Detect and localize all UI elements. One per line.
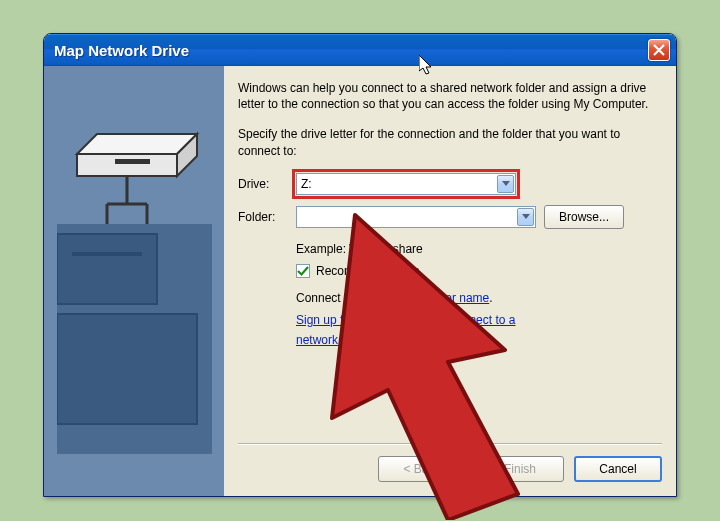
options-block: Example: \\server\share Reconnect at log… xyxy=(296,239,662,351)
chevron-down-icon xyxy=(497,175,514,193)
intro-text: Windows can help you connect to a shared… xyxy=(238,80,662,112)
close-icon xyxy=(653,44,665,56)
chevron-down-icon xyxy=(517,208,534,226)
svg-rect-11 xyxy=(72,252,142,256)
signup-link[interactable]: Sign up for online storage or connect to… xyxy=(296,313,515,347)
instruct-text: Specify the drive letter for the connect… xyxy=(238,126,662,158)
folder-label: Folder: xyxy=(238,210,296,224)
finish-button[interactable]: Finish xyxy=(476,456,564,482)
different-user-link[interactable]: different user name xyxy=(386,291,489,305)
close-button[interactable] xyxy=(648,39,670,61)
map-network-drive-dialog: Map Network Drive xyxy=(43,33,677,497)
check-icon xyxy=(297,265,309,277)
signup-line: Sign up for online storage or connect to… xyxy=(296,310,662,351)
svg-rect-10 xyxy=(57,234,157,304)
svg-rect-4 xyxy=(115,159,150,164)
window-title: Map Network Drive xyxy=(54,42,648,59)
drive-row: Drive: Z: xyxy=(238,173,662,195)
svg-rect-2 xyxy=(77,154,177,176)
example-text: Example: \\server\share xyxy=(296,239,662,259)
separator xyxy=(238,443,662,444)
folder-combobox[interactable] xyxy=(296,206,536,228)
cancel-button[interactable]: Cancel xyxy=(574,456,662,482)
reconnect-row: Reconnect at logon xyxy=(296,261,662,281)
window-body: Windows can help you connect to a shared… xyxy=(44,66,676,496)
folder-row: Folder: Browse... xyxy=(238,205,662,229)
drive-label: Drive: xyxy=(238,177,296,191)
reconnect-label: Reconnect at logon xyxy=(316,261,419,281)
back-button[interactable]: < Back xyxy=(378,456,466,482)
drive-select[interactable]: Z: xyxy=(296,173,516,195)
wizard-button-row: < Back Finish Cancel xyxy=(378,456,662,482)
titlebar[interactable]: Map Network Drive xyxy=(44,34,676,66)
reconnect-checkbox[interactable] xyxy=(296,264,310,278)
connect-line: Connect using a different user name. xyxy=(296,288,662,308)
browse-button[interactable]: Browse... xyxy=(544,205,624,229)
content-panel: Windows can help you connect to a shared… xyxy=(224,66,676,496)
drive-select-value: Z: xyxy=(301,177,511,191)
wizard-graphic-panel xyxy=(44,66,224,496)
network-drive-icon xyxy=(57,74,212,454)
svg-rect-12 xyxy=(57,314,197,424)
